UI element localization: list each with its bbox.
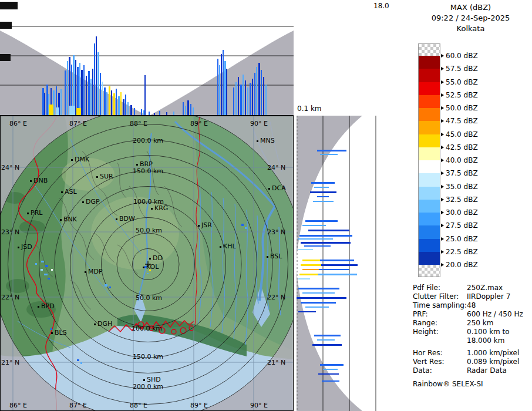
echo-bar bbox=[116, 89, 117, 116]
echo-bar bbox=[305, 220, 338, 222]
range-ring-label: 50.0 km bbox=[136, 227, 162, 234]
station-name: Kolkata bbox=[410, 23, 531, 34]
echo-bar bbox=[90, 79, 92, 116]
radar-map-panel: 200.0 km150.0 km100.0 km50.0 km50.0 km10… bbox=[0, 116, 294, 411]
level-arrow-icon bbox=[441, 80, 444, 84]
info-value: 0.100 km to bbox=[467, 328, 510, 336]
echo-bar bbox=[190, 104, 191, 116]
info-row: 18.000 km bbox=[413, 336, 530, 345]
level-arrow-icon bbox=[441, 119, 444, 123]
city-marker bbox=[151, 208, 153, 210]
echo-bar bbox=[50, 328, 52, 330]
level-arrow-icon bbox=[441, 237, 444, 241]
echo-bar bbox=[302, 260, 320, 261]
scale-level-label: 50.0 dBZ bbox=[441, 103, 478, 113]
echo-bar bbox=[118, 96, 120, 116]
echo-bar bbox=[49, 105, 53, 116]
info-row: Height:0.100 km to bbox=[413, 328, 530, 336]
echo-bar bbox=[298, 278, 310, 279]
city-marker bbox=[60, 219, 62, 221]
echo-bar bbox=[250, 83, 251, 116]
level-text: 22.5 dBZ bbox=[446, 248, 478, 256]
city-label: DNB bbox=[33, 177, 48, 184]
echo-bar bbox=[320, 364, 344, 366]
scale-segment bbox=[419, 69, 440, 82]
echo-bar bbox=[86, 76, 87, 116]
echo-bar bbox=[159, 111, 160, 116]
info-label: Clutter Filter: bbox=[413, 292, 467, 301]
info-value: Radar Data bbox=[467, 366, 507, 375]
echo-bar bbox=[301, 242, 351, 244]
info-row: Hor Res:1.000 km/pixel bbox=[413, 349, 530, 358]
echo-bar bbox=[109, 86, 110, 116]
brand-label: Rainbow® SELEX-SI bbox=[413, 380, 530, 389]
echo-bar bbox=[247, 87, 248, 116]
city-marker bbox=[96, 176, 98, 178]
level-text: 40.0 dBZ bbox=[446, 156, 478, 164]
echo-bar bbox=[79, 63, 80, 116]
grid-label-lon: 89° E bbox=[190, 120, 208, 127]
echo-bar bbox=[223, 50, 224, 116]
min-height-label: 0.1 km bbox=[297, 105, 322, 113]
echo-bar bbox=[77, 359, 79, 361]
echo-bar bbox=[308, 230, 349, 231]
level-text: 57.5 dBZ bbox=[446, 65, 478, 73]
level-arrow-icon bbox=[441, 93, 444, 97]
level-arrow-icon bbox=[441, 198, 444, 201]
level-text: 45.0 dBZ bbox=[446, 130, 478, 139]
echo-bar bbox=[298, 288, 339, 289]
info-label: Height: bbox=[413, 328, 467, 336]
info-row: Pdf File:250Z.max bbox=[413, 284, 530, 292]
echo-bar bbox=[123, 99, 124, 116]
grid-label-lat: 21° N bbox=[267, 359, 285, 366]
level-text: 25.0 dBZ bbox=[446, 235, 478, 243]
grid-label-lat: 22° N bbox=[267, 294, 285, 301]
echo-bar bbox=[81, 70, 83, 116]
echo-bar bbox=[42, 88, 44, 116]
level-arrow-icon bbox=[441, 263, 444, 267]
info-row: Range:250 km bbox=[413, 319, 530, 328]
echo-bar bbox=[317, 339, 335, 341]
scale-segment bbox=[419, 252, 440, 265]
echo-bar bbox=[313, 201, 334, 202]
city-marker bbox=[71, 159, 73, 161]
range-ring-label: 150.0 km bbox=[133, 353, 163, 361]
level-text: 55.0 dBZ bbox=[446, 78, 478, 86]
echo-bar bbox=[44, 93, 45, 116]
info-block: Pdf File:250Z.maxClutter Filter:IIRDoppl… bbox=[413, 284, 530, 389]
echo-bar bbox=[322, 380, 339, 382]
echo-bar bbox=[130, 105, 132, 116]
grid-label-lon: 89° E bbox=[190, 402, 208, 409]
range-ring-label: 200.0 km bbox=[133, 137, 163, 144]
echo-bar bbox=[65, 70, 66, 116]
echo-bar bbox=[263, 77, 264, 116]
city-label: BPD bbox=[41, 302, 55, 310]
echo-bar bbox=[319, 269, 349, 270]
city-marker bbox=[198, 225, 200, 227]
city-label: MNS bbox=[260, 137, 275, 144]
city-label: DCA bbox=[272, 184, 286, 192]
grid-label-lon: 86° E bbox=[9, 402, 27, 409]
city-label: DGP bbox=[86, 198, 100, 206]
level-arrow-icon bbox=[441, 106, 444, 110]
echo-bar bbox=[113, 93, 115, 116]
scale-level-label: 22.5 dBZ bbox=[441, 247, 478, 257]
city-marker bbox=[143, 267, 144, 268]
echo-bar bbox=[320, 260, 354, 261]
level-arrow-icon bbox=[441, 211, 444, 214]
level-text: 32.5 dBZ bbox=[446, 196, 478, 204]
city-marker bbox=[220, 246, 221, 248]
scale-level-label: 40.0 dBZ bbox=[441, 156, 478, 165]
axis-label-box bbox=[0, 54, 11, 61]
echo-bar bbox=[305, 306, 329, 308]
echo-bar bbox=[238, 77, 239, 116]
echo-bar bbox=[46, 85, 48, 116]
city-label: KOL bbox=[146, 263, 159, 271]
echo-bar bbox=[88, 71, 90, 116]
echo-bar bbox=[48, 278, 50, 279]
scale-segment bbox=[419, 108, 440, 121]
echo-bar bbox=[41, 269, 43, 271]
level-text: 47.5 dBZ bbox=[446, 117, 478, 125]
scale-level-label: 27.5 dBZ bbox=[441, 221, 478, 230]
echo-bar bbox=[314, 187, 329, 188]
